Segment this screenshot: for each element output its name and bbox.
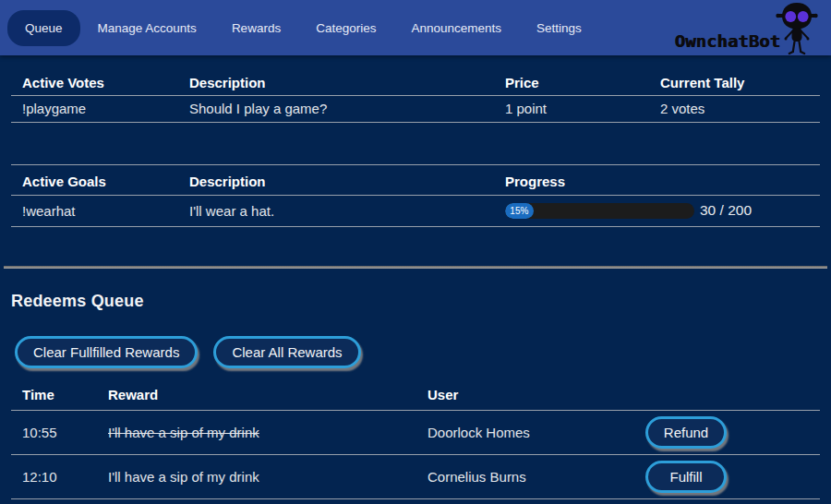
votes-header-price: Price <box>494 69 649 96</box>
goals-header-progress: Progress <box>494 165 820 196</box>
redeem-user: Doorlock Homes <box>416 411 634 455</box>
goal-progress-percent-label: 15% <box>510 206 528 216</box>
redeems-header-time: Time <box>11 380 97 411</box>
redeem-time: 10:55 <box>11 411 97 455</box>
redeem-row: 10:55 I'll have a sip of my drink Doorlo… <box>11 411 820 455</box>
clear-all-rewards-button[interactable]: Clear All Rewards <box>213 336 360 368</box>
refund-button[interactable]: Refund <box>645 416 727 449</box>
page-content: Active Votes Description Price Current T… <box>0 69 831 499</box>
nav-tab-queue[interactable]: Queue <box>7 10 80 46</box>
redeems-queue-heading: Redeems Queue <box>11 292 820 311</box>
redeem-time: 12:10 <box>11 455 97 499</box>
fulfill-button[interactable]: Fulfill <box>645 461 727 493</box>
logo-text: OwnchatBot <box>675 33 780 54</box>
votes-header-command: Active Votes <box>11 69 178 96</box>
vote-tally: 2 votes <box>649 96 820 123</box>
vote-command: !playgame <box>11 96 178 123</box>
vote-description: Should I play a game? <box>178 96 494 123</box>
goals-header-description: Description <box>178 165 494 196</box>
redeem-user: Cornelius Burns <box>416 455 634 499</box>
redeem-row: 12:10 I'll have a sip of my drink Cornel… <box>11 455 820 499</box>
vote-row: !playgame Should I play a game? 1 point … <box>11 96 820 123</box>
goal-progress: 15% 30 / 200 <box>505 202 809 219</box>
goal-command: !wearhat <box>11 196 178 227</box>
ownchatbot-logo: OwnchatBot <box>675 2 818 55</box>
redeems-header-actions <box>634 380 820 411</box>
nav-tab-announcements[interactable]: Announcements <box>393 10 519 46</box>
section-divider <box>4 266 827 269</box>
redeems-header-user: User <box>416 380 634 411</box>
votes-header-description: Description <box>178 69 494 96</box>
redeems-queue-table: Time Reward User 10:55 I'll have a sip o… <box>11 380 820 499</box>
redeem-reward: I'll have a sip of my drink <box>97 411 416 455</box>
goal-description: I'll wear a hat. <box>178 196 494 227</box>
redeem-reward: I'll have a sip of my drink <box>97 455 416 499</box>
top-nav: Queue Manage Accounts Rewards Categories… <box>0 0 831 55</box>
votes-header-tally: Current Tally <box>649 69 820 96</box>
robot-mascot-icon <box>776 2 818 55</box>
redeems-actions: Clear Fullfilled Rewards Clear All Rewar… <box>15 336 820 368</box>
goal-progress-count: 30 / 200 <box>700 202 752 219</box>
redeems-header-reward: Reward <box>97 380 416 411</box>
redeems-header-row: Time Reward User <box>11 380 820 411</box>
goal-progress-fill: 15% <box>505 203 534 219</box>
nav-tab-categories[interactable]: Categories <box>298 10 393 46</box>
nav-tab-manage-accounts[interactable]: Manage Accounts <box>80 10 214 46</box>
goals-header-command: Active Goals <box>11 165 178 196</box>
clear-fulfilled-rewards-button[interactable]: Clear Fullfilled Rewards <box>15 336 198 368</box>
votes-header-row: Active Votes Description Price Current T… <box>11 69 820 96</box>
goals-header-row: Active Goals Description Progress <box>11 165 820 196</box>
goal-row: !wearhat I'll wear a hat. 15% 30 / 200 <box>11 196 820 227</box>
vote-price: 1 point <box>494 96 649 123</box>
nav-tab-settings[interactable]: Settings <box>519 10 599 46</box>
active-votes-table: Active Votes Description Price Current T… <box>11 69 820 123</box>
nav-tab-rewards[interactable]: Rewards <box>214 10 298 46</box>
goal-progress-bar: 15% <box>505 203 694 219</box>
active-goals-table: Active Goals Description Progress !wearh… <box>11 164 820 227</box>
